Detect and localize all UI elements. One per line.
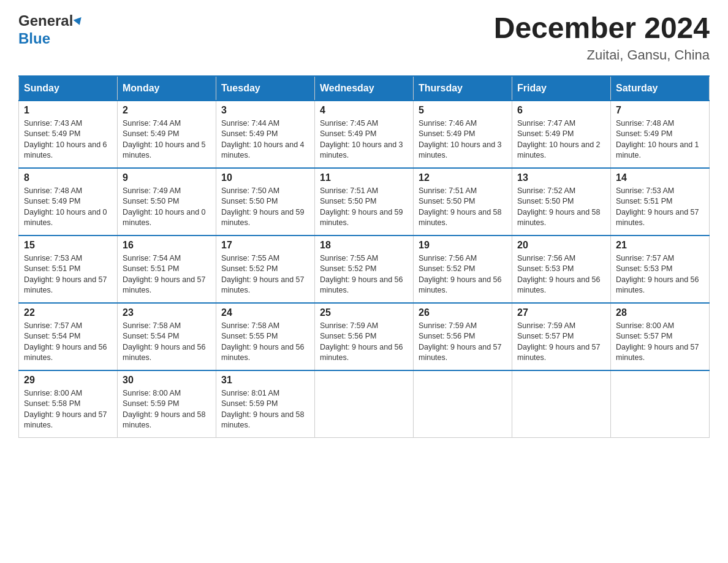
day-number: 12 [419,172,507,183]
day-info: Sunrise: 7:57 AMSunset: 5:53 PMDaylight:… [616,253,704,296]
day-info: Sunrise: 7:43 AMSunset: 5:49 PMDaylight:… [24,118,112,161]
day-number: 11 [320,172,408,183]
day-info: Sunrise: 7:44 AMSunset: 5:49 PMDaylight:… [221,118,309,161]
day-info: Sunrise: 7:58 AMSunset: 5:54 PMDaylight:… [123,321,211,364]
day-info: Sunrise: 7:46 AMSunset: 5:49 PMDaylight:… [419,118,507,161]
calendar-cell: 20 Sunrise: 7:56 AMSunset: 5:53 PMDaylig… [512,236,611,303]
calendar-cell: 19 Sunrise: 7:56 AMSunset: 5:52 PMDaylig… [414,236,512,303]
calendar-cell: 13 Sunrise: 7:52 AMSunset: 5:50 PMDaylig… [512,168,611,236]
day-number: 13 [517,172,605,183]
calendar-cell: 27 Sunrise: 7:59 AMSunset: 5:57 PMDaylig… [512,303,611,370]
calendar-cell: 31 Sunrise: 8:01 AMSunset: 5:59 PMDaylig… [216,370,315,438]
day-info: Sunrise: 7:55 AMSunset: 5:52 PMDaylight:… [221,253,309,296]
day-number: 1 [24,105,112,116]
day-number: 26 [419,307,507,318]
day-info: Sunrise: 7:44 AMSunset: 5:49 PMDaylight:… [123,118,211,161]
calendar-cell: 14 Sunrise: 7:53 AMSunset: 5:51 PMDaylig… [611,168,710,236]
calendar-cell: 25 Sunrise: 7:59 AMSunset: 5:56 PMDaylig… [315,303,414,370]
day-info: Sunrise: 7:51 AMSunset: 5:50 PMDaylight:… [419,186,507,229]
logo: General Blue [18,12,83,48]
day-number: 20 [517,240,605,251]
calendar-cell: 2 Sunrise: 7:44 AMSunset: 5:49 PMDayligh… [118,101,216,168]
calendar-cell [414,370,512,438]
day-number: 7 [616,105,704,116]
day-number: 16 [123,240,211,251]
calendar-cell: 16 Sunrise: 7:54 AMSunset: 5:51 PMDaylig… [118,236,216,303]
calendar-cell: 6 Sunrise: 7:47 AMSunset: 5:49 PMDayligh… [512,101,611,168]
calendar-week-row: 15 Sunrise: 7:53 AMSunset: 5:51 PMDaylig… [19,236,710,303]
calendar-cell: 22 Sunrise: 7:57 AMSunset: 5:54 PMDaylig… [19,303,118,370]
day-info: Sunrise: 7:59 AMSunset: 5:56 PMDaylight:… [419,321,507,364]
day-info: Sunrise: 7:45 AMSunset: 5:49 PMDaylight:… [320,118,408,161]
location: Zuitai, Gansu, China [494,47,710,63]
day-number: 5 [419,105,507,116]
day-info: Sunrise: 7:59 AMSunset: 5:56 PMDaylight:… [320,321,408,364]
col-header-wednesday: Wednesday [315,76,414,101]
calendar-header-row: SundayMondayTuesdayWednesdayThursdayFrid… [19,76,710,101]
calendar-cell: 7 Sunrise: 7:48 AMSunset: 5:49 PMDayligh… [611,101,710,168]
day-number: 28 [616,307,704,318]
calendar-cell: 5 Sunrise: 7:46 AMSunset: 5:49 PMDayligh… [414,101,512,168]
calendar-cell: 24 Sunrise: 7:58 AMSunset: 5:55 PMDaylig… [216,303,315,370]
day-info: Sunrise: 7:48 AMSunset: 5:49 PMDaylight:… [24,186,112,229]
day-number: 2 [123,105,211,116]
day-info: Sunrise: 7:48 AMSunset: 5:49 PMDaylight:… [616,118,704,161]
day-number: 17 [221,240,309,251]
calendar-cell [611,370,710,438]
day-info: Sunrise: 7:58 AMSunset: 5:55 PMDaylight:… [221,321,309,364]
calendar-cell: 17 Sunrise: 7:55 AMSunset: 5:52 PMDaylig… [216,236,315,303]
day-info: Sunrise: 7:55 AMSunset: 5:52 PMDaylight:… [320,253,408,296]
calendar-cell [315,370,414,438]
day-info: Sunrise: 7:49 AMSunset: 5:50 PMDaylight:… [123,186,211,229]
day-number: 15 [24,240,112,251]
day-number: 25 [320,307,408,318]
header-right: December 2024 Zuitai, Gansu, China [494,12,710,63]
calendar-cell: 18 Sunrise: 7:55 AMSunset: 5:52 PMDaylig… [315,236,414,303]
day-info: Sunrise: 7:57 AMSunset: 5:54 PMDaylight:… [24,321,112,364]
day-number: 6 [517,105,605,116]
day-info: Sunrise: 7:56 AMSunset: 5:52 PMDaylight:… [419,253,507,296]
day-number: 10 [221,172,309,183]
day-info: Sunrise: 7:50 AMSunset: 5:50 PMDaylight:… [221,186,309,229]
col-header-thursday: Thursday [414,76,512,101]
calendar-cell: 30 Sunrise: 8:00 AMSunset: 5:59 PMDaylig… [118,370,216,438]
calendar-cell: 1 Sunrise: 7:43 AMSunset: 5:49 PMDayligh… [19,101,118,168]
calendar-cell: 10 Sunrise: 7:50 AMSunset: 5:50 PMDaylig… [216,168,315,236]
calendar-cell [512,370,611,438]
day-info: Sunrise: 8:00 AMSunset: 5:58 PMDaylight:… [24,388,112,431]
col-header-saturday: Saturday [611,76,710,101]
month-title: December 2024 [494,12,710,45]
day-number: 21 [616,240,704,251]
day-number: 4 [320,105,408,116]
day-info: Sunrise: 7:54 AMSunset: 5:51 PMDaylight:… [123,253,211,296]
day-number: 24 [221,307,309,318]
calendar-cell: 11 Sunrise: 7:51 AMSunset: 5:50 PMDaylig… [315,168,414,236]
day-info: Sunrise: 7:53 AMSunset: 5:51 PMDaylight:… [24,253,112,296]
calendar-week-row: 1 Sunrise: 7:43 AMSunset: 5:49 PMDayligh… [19,101,710,168]
day-number: 27 [517,307,605,318]
day-info: Sunrise: 7:47 AMSunset: 5:49 PMDaylight:… [517,118,605,161]
day-info: Sunrise: 7:53 AMSunset: 5:51 PMDaylight:… [616,186,704,229]
calendar-cell: 21 Sunrise: 7:57 AMSunset: 5:53 PMDaylig… [611,236,710,303]
calendar-cell: 15 Sunrise: 7:53 AMSunset: 5:51 PMDaylig… [19,236,118,303]
logo-blue: Blue [18,30,83,48]
day-info: Sunrise: 7:52 AMSunset: 5:50 PMDaylight:… [517,186,605,229]
day-info: Sunrise: 8:01 AMSunset: 5:59 PMDaylight:… [221,388,309,431]
day-number: 14 [616,172,704,183]
calendar-cell: 26 Sunrise: 7:59 AMSunset: 5:56 PMDaylig… [414,303,512,370]
calendar-cell: 9 Sunrise: 7:49 AMSunset: 5:50 PMDayligh… [118,168,216,236]
day-number: 8 [24,172,112,183]
calendar-cell: 28 Sunrise: 8:00 AMSunset: 5:57 PMDaylig… [611,303,710,370]
day-number: 23 [123,307,211,318]
calendar-week-row: 8 Sunrise: 7:48 AMSunset: 5:49 PMDayligh… [19,168,710,236]
page-header: General Blue December 2024 Zuitai, Gansu… [18,12,710,63]
col-header-monday: Monday [118,76,216,101]
day-info: Sunrise: 7:56 AMSunset: 5:53 PMDaylight:… [517,253,605,296]
day-info: Sunrise: 8:00 AMSunset: 5:57 PMDaylight:… [616,321,704,364]
calendar-cell: 4 Sunrise: 7:45 AMSunset: 5:49 PMDayligh… [315,101,414,168]
day-number: 30 [123,375,211,386]
calendar-cell: 29 Sunrise: 8:00 AMSunset: 5:58 PMDaylig… [19,370,118,438]
calendar-cell: 23 Sunrise: 7:58 AMSunset: 5:54 PMDaylig… [118,303,216,370]
day-info: Sunrise: 7:59 AMSunset: 5:57 PMDaylight:… [517,321,605,364]
col-header-sunday: Sunday [19,76,118,101]
